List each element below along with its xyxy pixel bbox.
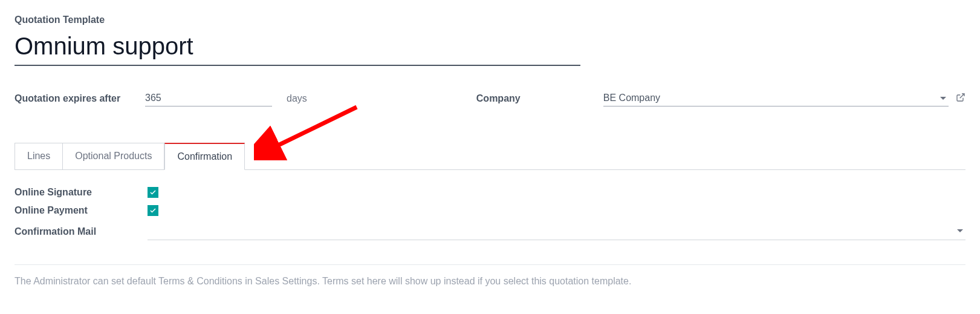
online-payment-checkbox[interactable] — [148, 205, 158, 216]
company-field-group: Company — [476, 90, 965, 106]
tab-lines[interactable]: Lines — [15, 143, 63, 170]
confirmation-mail-label: Confirmation Mail — [15, 226, 148, 237]
online-payment-label: Online Payment — [15, 205, 148, 216]
check-icon — [149, 207, 157, 214]
title-input[interactable] — [15, 30, 580, 66]
svg-line-2 — [272, 107, 357, 148]
tab-content-confirmation: Online Signature Online Payment Confirma… — [15, 187, 965, 240]
company-input[interactable] — [603, 90, 949, 106]
online-payment-row: Online Payment — [15, 205, 965, 216]
online-signature-row: Online Signature — [15, 187, 965, 198]
tab-optional-products[interactable]: Optional Products — [63, 143, 164, 170]
confirmation-mail-select[interactable] — [148, 223, 965, 240]
terms-area[interactable]: The Administrator can set default Terms … — [15, 264, 965, 287]
online-signature-checkbox[interactable] — [148, 187, 158, 198]
confirmation-mail-row: Confirmation Mail — [15, 223, 965, 240]
tab-confirmation[interactable]: Confirmation — [164, 143, 245, 170]
tabs-container: Lines Optional Products Confirmation — [15, 143, 965, 170]
expires-label: Quotation expires after — [15, 93, 135, 104]
company-label: Company — [476, 93, 603, 104]
chevron-down-icon — [940, 97, 946, 100]
chevron-down-icon — [957, 229, 963, 232]
expires-input[interactable] — [145, 90, 272, 106]
company-select[interactable] — [603, 90, 949, 106]
svg-line-0 — [960, 94, 964, 98]
online-signature-label: Online Signature — [15, 187, 148, 198]
form-label: Quotation Template — [15, 15, 965, 25]
terms-placeholder: The Administrator can set default Terms … — [15, 276, 965, 287]
expires-field-group: Quotation expires after days — [15, 90, 307, 106]
external-link-icon[interactable] — [956, 93, 965, 105]
expires-unit: days — [287, 93, 307, 104]
check-icon — [149, 189, 157, 196]
form-header: Quotation Template — [15, 15, 965, 66]
fields-row: Quotation expires after days Company — [15, 90, 965, 106]
